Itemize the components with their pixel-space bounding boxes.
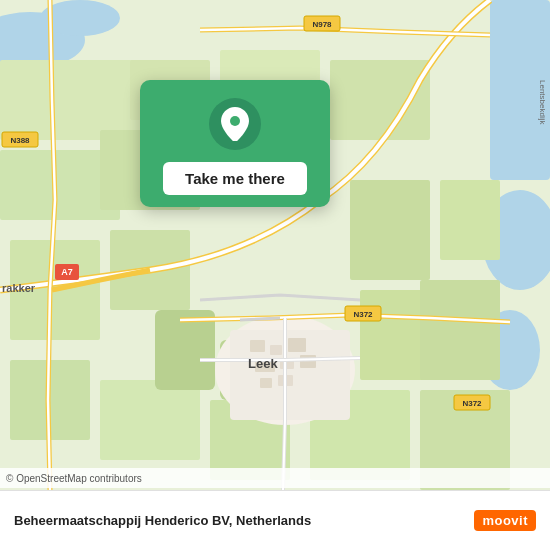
svg-text:Lentsbekdijk: Lentsbekdijk — [538, 80, 547, 125]
location-name: Beheermaatschappij Henderico BV, Netherl… — [14, 513, 311, 528]
svg-rect-34 — [260, 378, 272, 388]
moovit-badge: moovit — [474, 510, 536, 531]
svg-text:N372: N372 — [462, 399, 482, 408]
svg-rect-18 — [350, 180, 430, 280]
svg-rect-16 — [100, 380, 200, 460]
route-card: Take me there — [140, 80, 330, 207]
moovit-logo: moovit — [474, 510, 536, 531]
svg-rect-30 — [288, 338, 306, 352]
map-attribution: © OpenStreetMap contributors — [0, 468, 550, 488]
footer: Beheermaatschappij Henderico BV, Netherl… — [0, 490, 550, 550]
map-container: A7 N388 N978 N372 N372 Leek — [0, 0, 550, 490]
svg-text:N978: N978 — [312, 20, 332, 29]
svg-text:rakker: rakker — [2, 282, 36, 294]
attribution-text: © OpenStreetMap contributors — [6, 473, 142, 484]
svg-text:N372: N372 — [353, 310, 373, 319]
svg-text:N388: N388 — [10, 136, 30, 145]
svg-text:Leek: Leek — [248, 356, 278, 371]
svg-rect-28 — [250, 340, 265, 352]
svg-rect-6 — [0, 60, 140, 140]
svg-rect-29 — [270, 345, 282, 355]
svg-rect-22 — [420, 280, 500, 380]
svg-rect-19 — [440, 180, 500, 260]
svg-rect-10 — [330, 60, 430, 140]
svg-text:A7: A7 — [61, 267, 73, 277]
location-pin-icon — [209, 98, 261, 150]
take-me-there-button[interactable]: Take me there — [163, 162, 307, 195]
svg-point-49 — [230, 116, 240, 126]
